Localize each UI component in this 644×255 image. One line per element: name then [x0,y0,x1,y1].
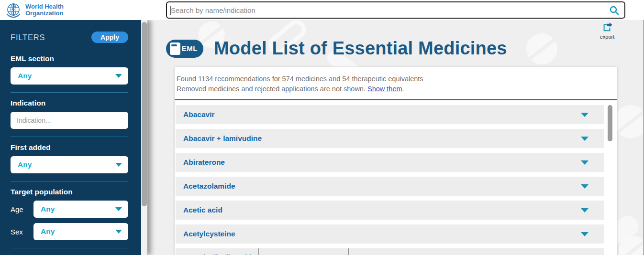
search-bar [166,1,625,19]
medicine-name: Acetylsalicylic acid [183,253,251,255]
results-card: Found 1134 recommendations for 574 medic… [175,67,617,255]
chevron-down-icon [115,74,122,78]
divider [11,181,128,181]
column-divider [528,248,528,255]
eml-section-label: EML section [11,54,128,63]
medicine-row[interactable]: Acetylcysteine [176,224,604,244]
age-label: Age [11,205,33,213]
indication-label: Indication [11,99,128,107]
eml-badge-label: EML [182,44,198,53]
filters-panel: FILTERS Apply EML section Any Indication… [0,20,147,255]
export-icon [602,22,612,32]
column-divider [258,248,259,255]
sex-value: Any [41,227,55,236]
apply-button[interactable]: Apply [91,32,128,43]
chevron-down-icon[interactable] [581,137,588,141]
chevron-down-icon [115,230,122,234]
pill-watermark [526,33,557,64]
title-row: EML Model List of Essential Medicines [166,38,507,59]
divider [11,137,128,137]
first-added-dropdown[interactable]: Any [11,156,128,173]
indication-input[interactable] [11,112,128,129]
summary-period: . [402,85,404,93]
chevron-down-icon[interactable] [581,232,588,236]
export-button[interactable]: export [596,22,618,40]
eml-section-value: Any [18,72,32,80]
medicine-row[interactable]: Abacavir + lamivudine [176,129,604,148]
summary-line2-text: Removed medicines and rejected applicati… [177,85,366,93]
eml-book-icon [170,42,180,55]
search-icon[interactable] [609,5,620,16]
pill-watermark [614,105,644,138]
medicine-name: Acetic acid [183,206,222,214]
who-logo-line2: Organization [25,10,64,17]
who-emblem-icon [5,1,22,19]
medicine-name: Abiraterone [183,158,225,167]
filters-title: FILTERS [11,33,45,42]
divider [11,248,128,248]
age-value: Any [41,205,55,213]
column-divider [438,248,438,255]
show-them-link[interactable]: Show them [367,85,402,93]
sidebar-scrollbar[interactable] [141,20,147,255]
chevron-down-icon[interactable] [581,113,588,117]
sidebar-scrollbar-thumb[interactable] [142,22,147,206]
medicine-row[interactable]: Acetazolamide [176,177,604,196]
chevron-down-icon [115,163,122,167]
page: World Health Organization FILTERS Apply … [0,0,644,255]
medicine-row[interactable]: Abiraterone [176,153,604,172]
divider [11,92,128,93]
divider [11,48,128,48]
who-logo-text: World Health Organization [25,3,64,17]
eml-badge: EML [166,40,203,58]
summary-line2: Removed medicines and rejected applicati… [177,84,617,94]
filters-sidebar: FILTERS Apply EML section Any Indication… [0,20,141,255]
results-summary: Found 1134 recommendations for 574 medic… [177,74,617,94]
medicine-row[interactable]: Acetic acid [176,201,604,220]
eml-section-dropdown[interactable]: Any [11,67,128,85]
medicine-list: Abacavir Abacavir + lamivudine Abiratero… [175,105,617,244]
medicine-row-partial[interactable]: Acetylsalicylic acid [176,248,604,255]
column-divider [348,248,349,255]
list-scrollbar-thumb[interactable] [608,105,612,141]
chevron-down-icon[interactable] [581,160,588,165]
target-population-label: Target population [11,188,128,196]
sex-dropdown[interactable]: Any [33,223,128,240]
chevron-down-icon [115,207,122,211]
medicine-name: Abacavir + lamivudine [183,134,262,143]
medicine-name: Acetazolamide [183,182,235,191]
medicine-row[interactable]: Abacavir [176,105,604,124]
sex-label: Sex [11,228,33,236]
age-dropdown[interactable]: Any [33,201,128,218]
summary-line1: Found 1134 recommendations for 574 medic… [177,74,617,84]
chevron-down-icon[interactable] [581,184,588,189]
search-input[interactable] [171,2,604,18]
medicine-name: Abacavir [183,110,214,119]
chevron-down-icon[interactable] [581,208,588,212]
medicine-name: Acetylcysteine [183,230,235,238]
first-added-value: Any [18,160,32,169]
page-title: Model List of Essential Medicines [214,38,507,59]
list-top-border [175,99,617,100]
export-label: export [596,34,618,40]
top-header-bar: World Health Organization [0,0,644,20]
main-content: export EML Model List of Essential Medic… [147,20,644,255]
who-logo-line1: World Health [25,3,64,10]
who-logo[interactable]: World Health Organization [5,1,64,19]
first-added-label: First added [11,143,128,152]
